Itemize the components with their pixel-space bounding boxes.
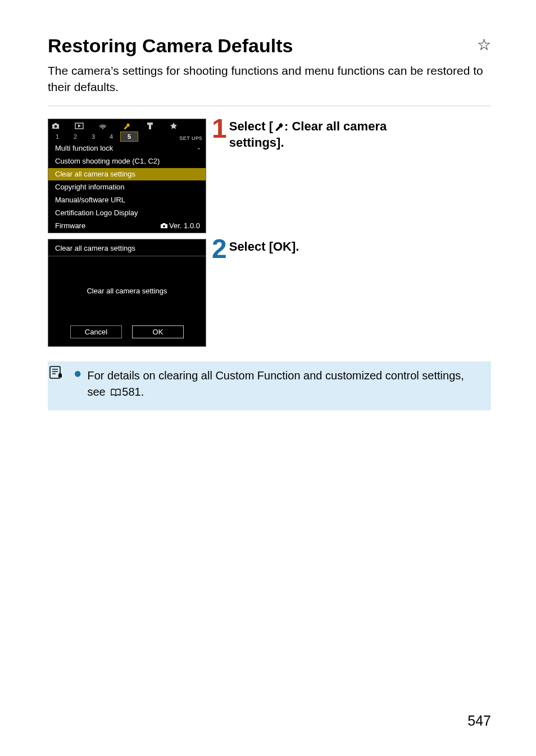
menu-item-label: Clear all camera settings bbox=[55, 169, 135, 179]
menu-item-label: Certification Logo Display bbox=[55, 208, 138, 218]
menu-item-label: Manual/software URL bbox=[55, 195, 125, 205]
menu-item: Clear all camera settings bbox=[48, 168, 206, 180]
wrench-icon bbox=[274, 120, 284, 135]
camera-lcd-menu: 1 2 3 4 5 SET UP5 Multi function lock-Cu… bbox=[48, 119, 206, 233]
menu-item: Multi function lock- bbox=[48, 142, 206, 155]
wireless-tab-icon bbox=[98, 123, 108, 129]
svg-point-5 bbox=[163, 225, 165, 227]
menu-item: Copyright information bbox=[48, 180, 206, 193]
camera-glyph-icon bbox=[160, 221, 168, 232]
lcd-top-tab-row bbox=[48, 119, 206, 132]
playback-tab-icon bbox=[74, 123, 84, 129]
setup-page-label: SET UP5 bbox=[179, 135, 202, 141]
menu-item: Certification Logo Display bbox=[48, 206, 206, 219]
setup-tab-icon bbox=[121, 122, 131, 130]
camera-lcd-confirm: Clear all camera settings Clear all came… bbox=[48, 239, 206, 347]
step-1: 1 2 3 4 5 SET UP5 Multi function lock-Cu… bbox=[48, 119, 491, 233]
svg-point-0 bbox=[54, 125, 57, 128]
menu-item: Manual/software URL bbox=[48, 193, 206, 206]
subtab-5: 5 bbox=[120, 132, 138, 142]
ok-button[interactable]: OK bbox=[132, 325, 184, 338]
separator bbox=[48, 106, 491, 106]
menu-item-label: Custom shooting mode (C1, C2) bbox=[55, 156, 160, 166]
star-icon: ☆ bbox=[477, 37, 491, 53]
menu-item-value: Ver. 1.0.0 bbox=[160, 221, 200, 232]
svg-rect-4 bbox=[149, 125, 151, 129]
subtab-1: 1 bbox=[48, 132, 66, 142]
confirm-title: Clear all camera settings bbox=[48, 239, 206, 256]
mymenu-tab-icon bbox=[169, 122, 179, 130]
camera-tab-icon bbox=[51, 123, 61, 129]
page-ref-icon bbox=[111, 385, 121, 401]
note-icon bbox=[49, 366, 65, 382]
menu-item-value: - bbox=[198, 143, 200, 153]
menu-item-label: Firmware bbox=[55, 221, 85, 232]
svg-point-2 bbox=[102, 128, 103, 129]
menu-item-label: Copyright information bbox=[55, 182, 125, 192]
page-number: 547 bbox=[467, 713, 491, 729]
step-1-text: Select [: Clear all camera settings]. bbox=[229, 119, 443, 151]
subtab-3: 3 bbox=[84, 132, 102, 142]
menu-item-label: Multi function lock bbox=[55, 143, 113, 153]
bullet-icon: ● bbox=[74, 367, 82, 379]
svg-rect-3 bbox=[147, 123, 153, 125]
note-box: ● For details on clearing all Custom Fun… bbox=[48, 361, 491, 410]
subtab-2: 2 bbox=[66, 132, 84, 142]
step-2-text: Select [OK]. bbox=[229, 239, 299, 255]
step-2: Clear all camera settings Clear all came… bbox=[48, 239, 491, 347]
subtab-4: 4 bbox=[102, 132, 120, 142]
lcd-sub-tab-row: 1 2 3 4 5 SET UP5 bbox=[48, 132, 206, 142]
step-number-1: 1 bbox=[212, 117, 226, 141]
intro-text: The camera’s settings for shooting funct… bbox=[48, 62, 491, 96]
confirm-body: Clear all camera settings bbox=[48, 256, 206, 325]
page-title: Restoring Camera Defaults bbox=[48, 35, 293, 57]
cancel-button[interactable]: Cancel bbox=[70, 325, 122, 338]
menu-item: FirmwareVer. 1.0.0 bbox=[48, 219, 206, 233]
step-number-2: 2 bbox=[212, 238, 226, 261]
menu-item: Custom shooting mode (C1, C2) bbox=[48, 155, 206, 168]
note-text: For details on clearing all Custom Funct… bbox=[88, 367, 485, 401]
custom-tab-icon bbox=[145, 122, 155, 130]
